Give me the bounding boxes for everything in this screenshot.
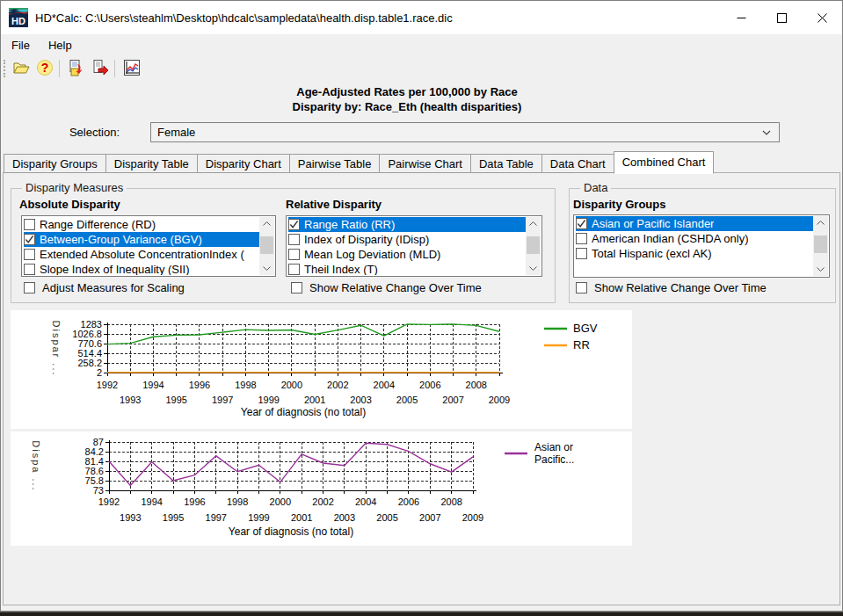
scroll-up-button[interactable] xyxy=(526,217,541,230)
list-item[interactable]: Between-Group Variance (BGV) xyxy=(22,232,259,247)
tab-disparity-chart[interactable]: Disparity Chart xyxy=(197,154,290,173)
open-folder-button[interactable] xyxy=(11,58,32,79)
svg-text:81.4: 81.4 xyxy=(85,456,104,467)
check-icon xyxy=(577,219,586,228)
checkbox[interactable] xyxy=(576,233,587,244)
help-button[interactable]: ? xyxy=(34,58,55,79)
svg-text:1283: 1283 xyxy=(81,319,102,330)
absolute-disparity-list[interactable]: Range Difference (RD)Between-Group Varia… xyxy=(21,215,276,277)
list-item-label: Slope Index of Inequality (SII) xyxy=(40,263,190,275)
list-item[interactable]: Total Hispanic (excl AK) xyxy=(574,246,813,261)
list-item[interactable]: Range Difference (RD) xyxy=(22,217,259,232)
checkbox[interactable] xyxy=(288,264,300,275)
checkbox[interactable] xyxy=(24,249,35,260)
export-file-button[interactable] xyxy=(90,58,111,79)
close-button[interactable] xyxy=(802,1,842,34)
scroll-thumb[interactable] xyxy=(527,236,540,254)
scrollbar[interactable] xyxy=(813,216,828,276)
maximize-button[interactable] xyxy=(761,1,802,34)
menu-item-file[interactable]: File xyxy=(4,36,38,54)
tab-pairwise-table[interactable]: Pairwise Table xyxy=(289,154,381,173)
list-item-label: Asian or Pacific Islander xyxy=(592,217,714,230)
svg-text:87: 87 xyxy=(93,437,104,447)
svg-text:1995: 1995 xyxy=(165,395,186,405)
svg-text:1997: 1997 xyxy=(206,512,227,523)
list-item[interactable]: Mean Log Deviation (MLD) xyxy=(287,247,526,262)
show-relative-change-checkbox-2[interactable] xyxy=(576,282,587,294)
chart-button[interactable] xyxy=(121,58,142,79)
svg-text:Dispar ...: Dispar ... xyxy=(51,320,62,376)
svg-text:2003: 2003 xyxy=(334,512,355,523)
checkbox[interactable] xyxy=(576,248,587,259)
checkbox[interactable] xyxy=(288,249,300,260)
toolbar-gripper[interactable] xyxy=(4,60,8,77)
export-save-button[interactable] xyxy=(66,58,87,79)
relative-disparity-list[interactable]: Range Ratio (RR)Index of Disparity (IDis… xyxy=(286,215,542,277)
list-item[interactable]: Index of Disparity (IDisp) xyxy=(287,232,526,247)
svg-text:1995: 1995 xyxy=(163,512,184,523)
tab-bar: Disparity GroupsDisparity TableDisparity… xyxy=(4,151,713,173)
scrollbar[interactable] xyxy=(259,217,274,275)
list-item[interactable]: Range Ratio (RR) xyxy=(287,217,526,232)
svg-text:2007: 2007 xyxy=(442,395,463,405)
scroll-up-button[interactable] xyxy=(813,216,828,229)
scroll-down-button[interactable] xyxy=(259,262,274,275)
svg-text:2005: 2005 xyxy=(396,395,418,405)
list-item-label: Extended Absolute ConcentrationIndex ( xyxy=(40,248,244,261)
svg-text:Asian or: Asian or xyxy=(534,441,573,453)
checkbox[interactable] xyxy=(576,218,587,229)
export-file-icon xyxy=(91,59,109,79)
checkbox[interactable] xyxy=(288,234,300,245)
close-icon xyxy=(818,13,827,23)
tab-pairwise-chart[interactable]: Pairwise Chart xyxy=(379,154,471,173)
scrollbar[interactable] xyxy=(526,217,541,275)
svg-text:75.8: 75.8 xyxy=(85,475,104,486)
chart-icon xyxy=(123,59,141,79)
selection-value: Female xyxy=(157,126,762,139)
tab-disparity-table[interactable]: Disparity Table xyxy=(105,154,198,173)
scroll-up-button[interactable] xyxy=(259,217,274,230)
tab-disparity-groups[interactable]: Disparity Groups xyxy=(4,154,106,173)
checkbox[interactable] xyxy=(288,219,300,230)
chevron-down-icon xyxy=(529,266,537,271)
svg-text:2: 2 xyxy=(97,367,102,378)
show-relative-change-label-2: Show Relative Change Over Time xyxy=(594,281,767,294)
list-item[interactable]: Extended Absolute ConcentrationIndex ( xyxy=(22,247,259,262)
scroll-down-button[interactable] xyxy=(526,262,541,275)
svg-text:2009: 2009 xyxy=(462,512,483,523)
svg-text:2004: 2004 xyxy=(374,380,395,390)
relative-disparity-title: Relative Disparity xyxy=(286,198,382,211)
svg-text:2008: 2008 xyxy=(466,380,487,390)
disparity-groups-list[interactable]: Asian or Pacific IslanderAmerican Indian… xyxy=(573,214,830,278)
selection-dropdown[interactable]: Female xyxy=(150,122,780,142)
show-relative-change-checkbox[interactable] xyxy=(291,282,302,294)
chart-svg: 7375.878.681.484.28719921993199419951996… xyxy=(11,431,632,546)
list-item[interactable]: American Indian (CSHDA only) xyxy=(574,231,813,246)
tab-data-chart[interactable]: Data Chart xyxy=(541,154,614,173)
tab-combined-chart[interactable]: Combined Chart xyxy=(614,151,715,174)
checkbox[interactable] xyxy=(24,234,35,245)
toolbar: ? xyxy=(1,55,842,82)
scroll-down-button[interactable] xyxy=(813,263,828,276)
groupbox-label: Data xyxy=(580,181,611,194)
list-item[interactable]: Theil Index (T) xyxy=(287,262,526,275)
adjust-scaling-checkbox[interactable] xyxy=(24,282,35,294)
disparity-groups-title: Disparity Groups xyxy=(573,198,665,211)
menu-item-help[interactable]: Help xyxy=(40,36,80,54)
list-item[interactable]: Asian or Pacific Islander xyxy=(574,216,813,231)
svg-text:2001: 2001 xyxy=(291,512,312,523)
checkbox[interactable] xyxy=(24,219,35,230)
list-rows: Asian or Pacific IslanderAmerican Indian… xyxy=(574,216,813,276)
scroll-thumb[interactable] xyxy=(260,236,273,254)
list-item[interactable]: Slope Index of Inequality (SII) xyxy=(22,262,259,275)
tab-data-table[interactable]: Data Table xyxy=(470,154,542,173)
groupbox-label: Disparity Measures xyxy=(22,181,127,194)
minimize-button[interactable] xyxy=(721,1,761,34)
scroll-thumb[interactable] xyxy=(814,236,827,253)
list-rows: Range Ratio (RR)Index of Disparity (IDis… xyxy=(287,217,526,275)
chevron-up-icon xyxy=(817,221,825,225)
svg-text:2005: 2005 xyxy=(376,512,397,523)
svg-text:Pacific...: Pacific... xyxy=(534,453,574,466)
checkbox[interactable] xyxy=(24,264,35,275)
svg-text:1993: 1993 xyxy=(120,512,141,523)
